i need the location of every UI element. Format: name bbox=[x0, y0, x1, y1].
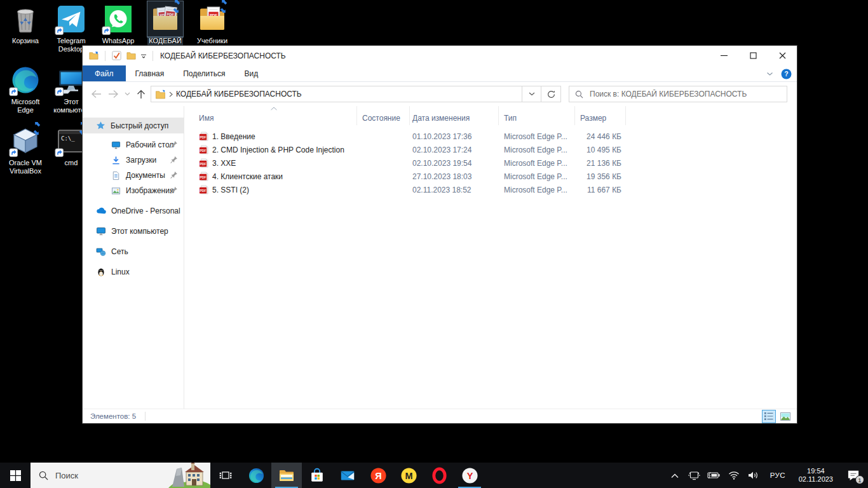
back-button[interactable] bbox=[88, 86, 105, 102]
pin-icon[interactable] bbox=[170, 140, 178, 149]
sidebar-item-desktop[interactable]: Рабочий стол bbox=[83, 137, 184, 152]
desktop-icon-whatsapp[interactable]: WhatsApp bbox=[94, 4, 142, 46]
tab-view[interactable]: Вид bbox=[234, 65, 268, 81]
sidebar-item-quick-access[interactable]: Быстрый доступ bbox=[83, 118, 184, 133]
tray-battery-icon[interactable] bbox=[707, 468, 721, 483]
compressed-arrows-icon bbox=[170, 0, 183, 13]
taskbar-icon-opera[interactable] bbox=[424, 463, 454, 488]
thumbnails-view-button[interactable] bbox=[779, 410, 792, 423]
yandex-browser-icon: Y bbox=[461, 467, 478, 484]
taskbar-icon-m-app[interactable]: M bbox=[393, 463, 424, 488]
items-count: Элементов: 5 bbox=[90, 412, 136, 420]
desktop-icon-uchebniki[interactable]: Учебники bbox=[188, 4, 236, 46]
sidebar-item-pictures[interactable]: Изображения bbox=[83, 183, 184, 198]
tab-file[interactable]: Файл bbox=[83, 65, 126, 81]
desktop-icon-edge[interactable]: Microsoft Edge bbox=[1, 65, 50, 115]
address-bar[interactable]: КОДЕБАЙ КИБЕРБЕЗОПАСНОСТЬ bbox=[151, 86, 522, 102]
refresh-button[interactable] bbox=[541, 86, 561, 102]
column-header-name[interactable]: Имя bbox=[191, 106, 357, 125]
sidebar-item-downloads[interactable]: Загрузки bbox=[83, 152, 184, 168]
status-separator bbox=[145, 412, 146, 421]
maximize-button[interactable] bbox=[738, 46, 768, 65]
action-center-button[interactable]: 1 bbox=[843, 466, 864, 485]
file-row[interactable]: 3. XXE 02.10.2023 19:54 Microsoft Edge P… bbox=[191, 156, 797, 170]
column-header-size[interactable]: Размер bbox=[575, 106, 626, 125]
taskbar-icon-edge[interactable] bbox=[241, 463, 271, 488]
recent-locations-icon[interactable] bbox=[122, 86, 132, 102]
up-button[interactable] bbox=[132, 86, 149, 102]
ribbon-collapse-icon[interactable] bbox=[766, 72, 773, 76]
toolbar-dropdown-icon[interactable] bbox=[140, 53, 147, 58]
taskbar-search-placeholder: Поиск bbox=[55, 471, 78, 480]
task-view-button[interactable] bbox=[210, 463, 241, 488]
desktop-icon-virtualbox[interactable]: Oracle VM VirtualBox bbox=[1, 126, 50, 176]
desktop-icon-kodebay[interactable]: КОДЕБАЙ bbox=[141, 4, 189, 46]
mail-icon bbox=[339, 467, 356, 484]
properties-check-icon[interactable] bbox=[111, 50, 122, 61]
taskbar-icon-mail[interactable] bbox=[332, 463, 363, 488]
clock-date: 02.11.2023 bbox=[799, 475, 833, 484]
desktop-icon-label: Учебники bbox=[188, 36, 236, 46]
file-type: Microsoft Edge P... bbox=[499, 146, 575, 154]
close-button[interactable] bbox=[768, 46, 797, 65]
details-view-button[interactable] bbox=[763, 410, 775, 423]
file-size: 19 356 КБ bbox=[575, 172, 626, 181]
tray-expand-chevron-icon[interactable] bbox=[668, 468, 682, 483]
tab-home[interactable]: Главная bbox=[126, 65, 174, 81]
help-icon[interactable]: ? bbox=[781, 69, 792, 79]
sidebar-item-onedrive[interactable]: OneDrive - Personal bbox=[83, 203, 184, 219]
taskbar-search[interactable]: Поиск bbox=[31, 463, 210, 488]
tab-share[interactable]: Поделиться bbox=[173, 65, 234, 81]
forward-button[interactable] bbox=[105, 86, 122, 102]
edge-icon bbox=[248, 467, 265, 484]
cmd-prompt-text: C:\_ bbox=[61, 135, 75, 142]
sidebar-item-this-pc[interactable]: Этот компьютер bbox=[83, 224, 184, 239]
file-row[interactable]: 1. Введение 01.10.2023 17:36 Microsoft E… bbox=[191, 130, 797, 143]
column-header-status[interactable]: Состояние bbox=[357, 106, 410, 125]
search-placeholder: Поиск в: КОДЕБАЙ КИБЕРБЕЗОПАСНОСТЬ bbox=[590, 90, 747, 98]
file-size: 24 446 КБ bbox=[575, 132, 626, 141]
minimize-button[interactable] bbox=[709, 46, 738, 65]
sidebar-item-linux[interactable]: Linux bbox=[83, 264, 184, 280]
file-row[interactable]: 2. CMD Injection & PHP Code Injection 02… bbox=[191, 143, 797, 156]
microsoft-store-icon bbox=[309, 467, 325, 484]
file-explorer-icon bbox=[278, 467, 295, 484]
sidebar-item-network[interactable]: Сеть bbox=[83, 244, 184, 259]
svg-text:Я: Я bbox=[375, 470, 381, 480]
address-dropdown-icon[interactable] bbox=[522, 86, 541, 102]
desktop-icon-recycle-bin[interactable]: Корзина bbox=[1, 4, 50, 46]
tray-cast-icon[interactable] bbox=[688, 468, 702, 483]
folder-icon[interactable] bbox=[126, 50, 137, 61]
language-indicator[interactable]: РУС bbox=[766, 471, 789, 479]
pin-icon[interactable] bbox=[170, 186, 178, 194]
column-header-type[interactable]: Тип bbox=[499, 106, 575, 125]
pdf-file-icon bbox=[199, 158, 208, 168]
file-row[interactable]: 5. SSTI (2) 02.11.2023 18:52 Microsoft E… bbox=[191, 183, 797, 196]
file-date: 02.10.2023 17:24 bbox=[410, 146, 499, 154]
breadcrumb-chevron-icon bbox=[169, 92, 173, 97]
file-row[interactable]: 4. Клиентские атаки 27.10.2023 18:03 Mic… bbox=[191, 170, 797, 183]
pin-icon[interactable] bbox=[170, 156, 178, 164]
column-header-date-modified[interactable]: Дата изменения bbox=[410, 106, 499, 125]
start-button[interactable] bbox=[0, 463, 31, 488]
search-highlight-image[interactable] bbox=[168, 463, 210, 488]
search-box[interactable]: Поиск в: КОДЕБАЙ КИБЕРБЕЗОПАСНОСТЬ bbox=[569, 86, 787, 102]
sidebar-item-label: Быстрый доступ bbox=[111, 121, 168, 130]
file-list: Имя Состояние Дата изменения Тип Размер … bbox=[184, 106, 797, 409]
tray-volume-icon[interactable] bbox=[747, 468, 761, 483]
breadcrumb[interactable]: КОДЕБАЙ КИБЕРБЕЗОПАСНОСТЬ bbox=[176, 90, 302, 98]
search-icon bbox=[39, 471, 48, 480]
taskbar-icon-explorer[interactable] bbox=[271, 463, 302, 488]
sidebar-item-documents[interactable]: Документы bbox=[83, 168, 184, 183]
pdf-file-icon bbox=[199, 172, 208, 181]
taskbar-icon-yandex[interactable]: Я bbox=[363, 463, 393, 488]
taskbar-icon-yandex-browser[interactable]: Y bbox=[454, 463, 485, 488]
clock[interactable]: 19:54 02.11.2023 bbox=[795, 467, 837, 484]
compressed-arrows-icon bbox=[217, 0, 230, 13]
tray-wifi-icon[interactable] bbox=[727, 468, 741, 483]
pin-icon[interactable] bbox=[170, 171, 178, 179]
file-name: 5. SSTI (2) bbox=[212, 186, 249, 194]
taskbar-icon-store[interactable] bbox=[302, 463, 332, 488]
new-folder-icon[interactable] bbox=[88, 50, 99, 61]
sidebar-item-label: Сеть bbox=[111, 247, 128, 256]
